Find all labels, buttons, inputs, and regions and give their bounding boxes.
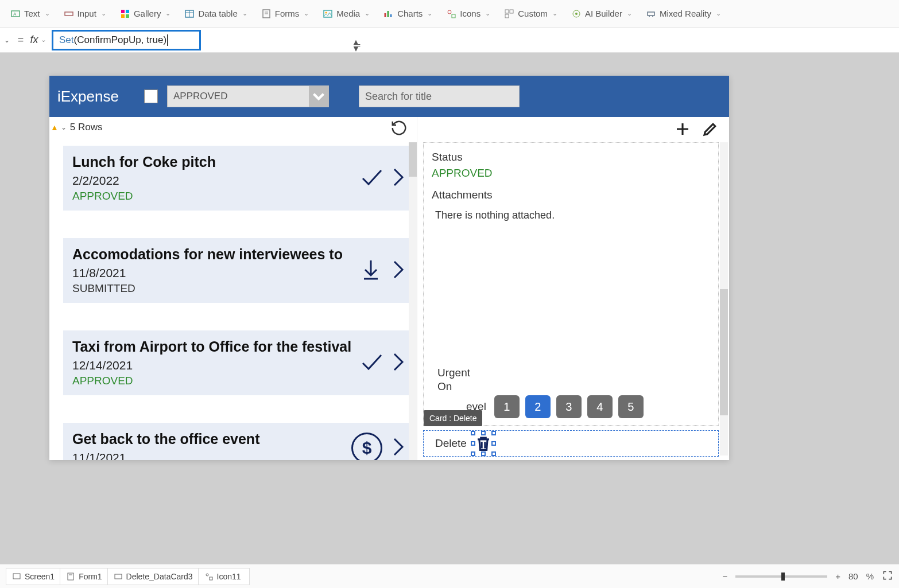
status-filter-dropdown[interactable]: APPROVED: [167, 85, 329, 107]
expense-list-item[interactable]: Get back to the office event11/1/2021$: [63, 423, 412, 460]
property-dropdown-chevron[interactable]: ⌄: [0, 36, 14, 44]
svg-rect-5: [121, 14, 125, 18]
svg-rect-2: [65, 12, 73, 15]
zoom-out-button[interactable]: −: [722, 571, 727, 581]
ribbon-data-table[interactable]: Data table⌄: [179, 6, 253, 21]
expense-list-item[interactable]: Taxi from Airport to Office for the fest…: [63, 330, 412, 395]
formula-expand-handle[interactable]: ▴═▾: [354, 40, 360, 50]
search-input[interactable]: Search for title: [359, 85, 520, 107]
edit-button[interactable]: [702, 120, 719, 140]
ribbon-text[interactable]: AText⌄: [5, 6, 56, 21]
chevron-right-icon[interactable]: [390, 351, 405, 376]
icons-icon: [446, 9, 456, 19]
formula-input[interactable]: Set(ConfirmPopUp, true): [52, 30, 201, 50]
mr-icon: [646, 9, 656, 19]
level-button-5[interactable]: 5: [618, 395, 644, 418]
details-pane: Status APPROVED Attachments There is not…: [417, 117, 729, 460]
add-button[interactable]: [674, 120, 691, 140]
check-icon[interactable]: [359, 166, 382, 191]
zoom-slider[interactable]: [735, 575, 827, 578]
details-scrollbar[interactable]: [720, 142, 728, 455]
zoom-value: 80: [848, 571, 858, 581]
chevron-right-icon[interactable]: [390, 435, 405, 461]
item-date: 11/8/2021: [72, 266, 403, 280]
item-title: Accomodations for new interviewees to: [72, 246, 403, 263]
fx-label[interactable]: fx⌄: [28, 34, 48, 46]
breadcrumb-delete_datacard3[interactable]: Delete_DataCard3: [107, 568, 202, 585]
svg-rect-3: [121, 10, 125, 13]
zoom-in-button[interactable]: +: [835, 571, 840, 581]
status-filter-value: APPROVED: [173, 91, 227, 102]
list-scrollbar[interactable]: [409, 142, 417, 460]
chevron-down-icon: ⌄: [101, 10, 106, 17]
item-date: 12/14/2021: [72, 359, 403, 372]
equals-sign: =: [14, 34, 28, 46]
chevron-down-icon: ⌄: [242, 10, 247, 17]
ribbon-custom[interactable]: Custom⌄: [498, 6, 563, 21]
app-preview-frame: iExpense APPROVED Search for title ▲ ⌄ 5…: [49, 76, 729, 460]
chevron-down-icon: ⌄: [485, 10, 490, 17]
breadcrumb-form1[interactable]: Form1: [60, 568, 110, 585]
level-button-2[interactable]: 2: [525, 395, 551, 418]
svg-text:A: A: [13, 11, 17, 17]
svg-rect-21: [510, 10, 513, 13]
ribbon-charts[interactable]: Charts⌄: [378, 6, 438, 21]
ribbon-mixed-reality[interactable]: Mixed Reality⌄: [640, 6, 727, 21]
app-title: iExpense: [57, 88, 119, 106]
download-icon[interactable]: [359, 258, 382, 283]
custom-icon: [504, 9, 514, 19]
formula-bar: ⌄ = fx⌄ Set(ConfirmPopUp, true) ▴═▾: [0, 28, 899, 53]
fit-to-window-button[interactable]: [882, 570, 893, 583]
item-date: 2/2/2022: [72, 174, 403, 188]
breadcrumb-screen1[interactable]: Screen1: [6, 568, 63, 585]
input-icon: [64, 9, 74, 19]
details-form: Status APPROVED Attachments There is not…: [423, 142, 719, 426]
status-bar: Screen1Form1Delete_DataCard3Icon11 − + 8…: [0, 564, 899, 588]
status-value: APPROVED: [432, 167, 710, 180]
svg-point-29: [206, 574, 208, 576]
status-label: Status: [432, 151, 710, 163]
level-button-1[interactable]: 1: [494, 395, 520, 418]
chevron-down-icon: ⌄: [552, 10, 557, 17]
expense-list-item[interactable]: Lunch for Coke pitch2/2/2022APPROVED: [63, 146, 412, 211]
svg-rect-28: [115, 574, 122, 579]
delete-datacard-selected[interactable]: Card : Delete Delete: [423, 430, 719, 457]
ribbon-gallery[interactable]: Gallery⌄: [114, 6, 177, 21]
svg-rect-20: [505, 10, 509, 13]
svg-rect-6: [126, 14, 129, 18]
refresh-button[interactable]: [390, 119, 408, 139]
zoom-pct: %: [866, 571, 874, 581]
ribbon-ai-builder[interactable]: AI Builder⌄: [565, 6, 638, 21]
ribbon-icons[interactable]: Icons⌄: [440, 6, 496, 21]
table-icon: [184, 9, 195, 19]
ribbon-forms[interactable]: Forms⌄: [255, 6, 315, 21]
svg-rect-26: [68, 573, 73, 580]
level-button-3[interactable]: 3: [556, 395, 582, 418]
chevron-down-icon: ⌄: [627, 10, 632, 17]
chevron-right-icon[interactable]: [390, 166, 405, 191]
svg-rect-22: [505, 14, 509, 18]
chevron-down-icon: ⌄: [716, 10, 721, 17]
item-title: Taxi from Airport to Office for the fest…: [72, 338, 403, 355]
breadcrumb-icon11[interactable]: Icon11: [198, 568, 250, 585]
ribbon-media[interactable]: Media⌄: [317, 6, 375, 21]
chevron-down-icon[interactable]: ⌄: [61, 123, 67, 131]
filter-checkbox[interactable]: [144, 89, 158, 103]
check-icon[interactable]: [359, 351, 382, 376]
trash-icon[interactable]: [474, 434, 493, 453]
item-status: APPROVED: [72, 190, 403, 203]
svg-rect-30: [210, 577, 212, 580]
search-placeholder: Search for title: [365, 91, 432, 103]
rows-count: 5 Rows: [70, 122, 103, 133]
chevron-right-icon[interactable]: [390, 258, 405, 283]
expense-list-item[interactable]: Accomodations for new interviewees to11/…: [63, 238, 412, 303]
svg-rect-25: [13, 574, 20, 579]
attachments-empty-msg: There is nothing attached.: [435, 209, 710, 221]
canvas-area: iExpense APPROVED Search for title ▲ ⌄ 5…: [0, 53, 899, 564]
ribbon-input[interactable]: Input⌄: [58, 6, 112, 21]
delete-label: Delete: [435, 437, 467, 450]
item-status: APPROVED: [72, 375, 403, 387]
level-button-4[interactable]: 4: [587, 395, 613, 418]
svg-rect-4: [126, 10, 129, 13]
item-status: SUBMITTED: [72, 282, 403, 295]
